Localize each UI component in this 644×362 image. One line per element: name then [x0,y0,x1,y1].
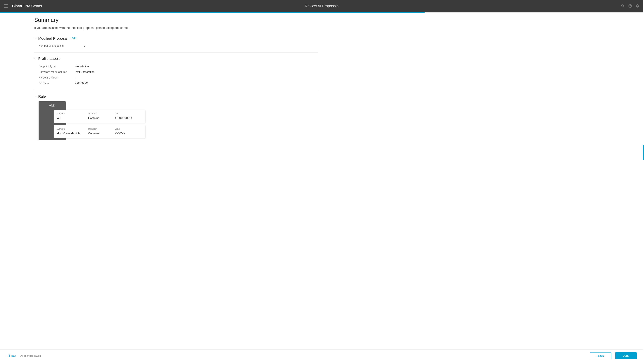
rule-operator-block: AND Attribute Operator Value oui [38,101,66,140]
profile-label: Hardware Model [38,76,75,79]
profile-row: OS Type XXXXXXXX [34,80,318,86]
profile-value: XXXXXXXX [75,82,88,85]
rule-val: XXXXXX [115,132,142,135]
progress-fill [0,12,424,13]
main-content: Summary If you are satisfied with the mo… [0,13,643,349]
rule-val: XXXXXXXXXX [115,117,142,120]
section-modified-proposal: Modified Proposal Edit Number of Endpoin… [34,36,318,52]
rule-header-val: Value [115,128,142,130]
brand-strong: Cisco [12,4,22,8]
exit-button[interactable]: Exit [7,354,16,358]
summary-subtitle: If you are satisfied with the modified p… [34,26,318,30]
profile-row: Hardware Model - [34,75,318,80]
rule-op: Contains [88,132,115,135]
brand-logo: CiscoDNA Center [12,4,42,8]
rule-container: AND Attribute Operator Value oui [38,101,318,140]
header-actions [621,4,639,8]
profile-value: - [75,76,76,79]
rule-condition-card: Attribute Operator Value dhcpClassIdenti… [54,125,145,138]
summary-heading: Summary [34,17,318,23]
rule-condition-card: Attribute Operator Value oui Contains XX… [54,110,145,123]
back-button[interactable]: Back [590,352,611,359]
app-header: CiscoDNA Center Review AI Proposals [0,0,643,12]
brand-light: DNA Center [23,4,42,8]
section-title-profile: Profile Labels [38,56,60,61]
section-title-rule: Rule [38,94,46,99]
profile-row: Hardware Manufacturer Intel Corporation [34,69,318,75]
hamburger-menu-icon[interactable] [4,4,8,7]
section-profile-labels: Profile Labels Endpoint Type Workstation… [34,56,318,90]
svg-line-1 [623,6,624,7]
section-rule: Rule AND Attribute Operator Value [34,94,318,144]
rule-op: Contains [88,117,115,120]
rule-header-attr: Attribute [57,128,88,130]
rule-attr: oui [57,117,88,120]
profile-row: Endpoint Type Workstation [34,63,318,69]
profile-value: Workstation [75,65,89,68]
exit-label: Exit [11,354,16,358]
rule-header-attr: Attribute [57,112,88,115]
rule-header-op: Operator [88,128,115,130]
rule-header-op: Operator [88,112,115,115]
progress-bar [0,12,643,13]
profile-label: OS Type [38,82,75,85]
endpoints-row: Number of Endpoints 0 [34,43,318,48]
done-button[interactable]: Done [615,352,637,359]
chevron-down-icon[interactable] [34,37,36,40]
exit-icon [7,354,10,358]
section-title-modified: Modified Proposal [38,36,68,41]
saved-status: All changes saved [20,354,41,357]
endpoints-value: 0 [84,44,86,47]
edit-link[interactable]: Edit [72,37,76,40]
bell-icon[interactable] [636,4,639,8]
footer-bar: Exit All changes saved Back Done [0,349,643,362]
profile-value: Intel Corporation [75,70,94,73]
help-icon[interactable] [628,4,632,8]
profile-label: Endpoint Type [38,65,75,68]
search-icon[interactable] [621,4,625,8]
endpoints-label: Number of Endpoints [38,44,74,47]
rule-attr: dhcpClassIdentifier [57,132,88,135]
rule-header-val: Value [115,112,142,115]
chevron-down-icon[interactable] [34,95,36,98]
side-accent-bar [643,145,644,160]
page-title: Review AI Proposals [305,4,338,8]
rule-operator-label: AND [38,101,66,110]
profile-label: Hardware Manufacturer [38,70,75,73]
svg-point-0 [622,5,624,7]
chevron-down-icon[interactable] [34,57,36,60]
